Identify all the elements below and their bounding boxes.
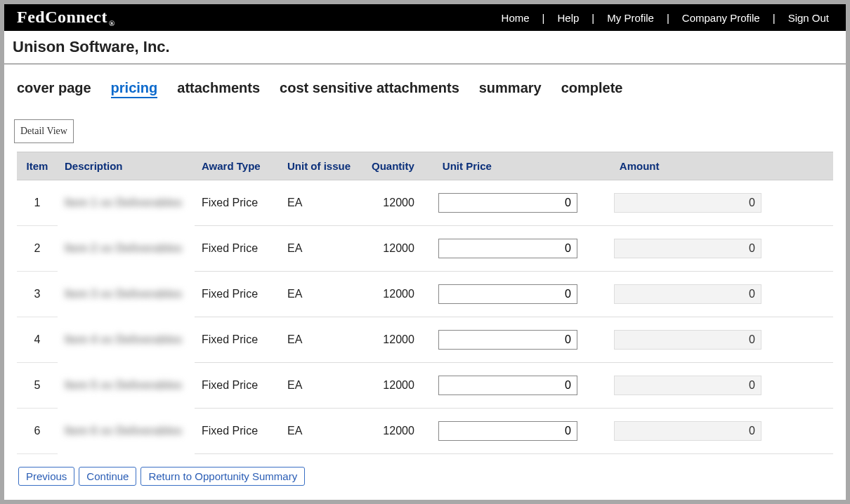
cell-unit-price [431,180,607,226]
cell-award-type: Fixed Price [195,226,280,272]
pricing-grid-wrapper: Item Description Award Type Unit of issu… [4,152,846,454]
cell-trailing [812,272,833,317]
unit-price-input[interactable] [438,193,577,213]
cell-description: Item 5 xx Deliverables [58,363,195,409]
description-text: Item 1 xx Deliverables [65,197,182,208]
description-text: Item 3 xx Deliverables [65,288,182,300]
cell-unit-of-issue: EA [280,226,365,272]
cell-unit-price [431,272,607,317]
amount-output [614,421,761,441]
cell-item: 5 [17,363,58,409]
cell-item: 4 [17,317,58,363]
tab-cover-page[interactable]: cover page [17,80,91,96]
description-text: Item 5 xx Deliverables [65,379,182,391]
pricing-table: Item Description Award Type Unit of issu… [17,152,833,454]
cell-award-type: Fixed Price [195,317,280,363]
unit-price-input[interactable] [438,239,577,258]
nav-home[interactable]: Home [497,12,534,24]
nav-separator: | [583,12,603,24]
table-row: 5Item 5 xx DeliverablesFixed PriceEA1200… [17,363,833,409]
unit-price-input[interactable] [438,284,577,304]
cell-unit-of-issue: EA [280,180,365,226]
tab-cost-sensitive-attachments[interactable]: cost sensitive attachments [280,80,459,96]
table-row: 3Item 3 xx DeliverablesFixed PriceEA1200… [17,272,833,317]
continue-button[interactable]: Continue [79,467,136,486]
cell-quantity: 12000 [365,363,431,409]
cell-quantity: 12000 [365,409,431,454]
registered-mark: ® [109,19,115,27]
nav-sign-out[interactable]: Sign Out [784,12,833,24]
cell-unit-price [431,317,607,363]
nav-separator: | [534,12,554,24]
brand-logo: FedConnect® [17,8,115,28]
nav-links: Home | Help | My Profile | Company Profi… [497,12,833,24]
col-unit-of-issue: Unit of issue [280,152,365,180]
cell-amount [607,317,812,363]
unit-price-input[interactable] [438,330,577,350]
cell-award-type: Fixed Price [195,180,280,226]
cell-unit-of-issue: EA [280,317,365,363]
app-window: FedConnect® Home | Help | My Profile | C… [4,4,846,500]
col-item: Item [17,152,58,180]
description-text: Item 2 xx Deliverables [65,242,182,254]
col-unit-price: Unit Price [431,152,607,180]
cell-amount [607,180,812,226]
cell-quantity: 12000 [365,180,431,226]
cell-unit-price [431,409,607,454]
table-header-row: Item Description Award Type Unit of issu… [17,152,833,180]
previous-button[interactable]: Previous [18,467,74,486]
unit-price-input[interactable] [438,376,577,395]
nav-separator: | [658,12,678,24]
cell-item: 6 [17,409,58,454]
col-award-type: Award Type [195,152,280,180]
cell-amount [607,226,812,272]
cell-trailing [812,363,833,409]
tab-summary[interactable]: summary [479,80,542,96]
return-to-opportunity-summary-button[interactable]: Return to Opportunity Summary [140,467,305,486]
cell-quantity: 12000 [365,226,431,272]
cell-quantity: 12000 [365,272,431,317]
cell-description: Item 4 xx Deliverables [58,317,195,363]
tab-attachments[interactable]: attachments [177,80,260,96]
col-amount: Amount [607,152,812,180]
cell-amount [607,409,812,454]
cell-trailing [812,317,833,363]
col-trailing [812,152,833,180]
cell-unit-price [431,363,607,409]
bottom-button-bar: Previous Continue Return to Opportunity … [18,467,305,486]
table-row: 2Item 2 xx DeliverablesFixed PriceEA1200… [17,226,833,272]
cell-award-type: Fixed Price [195,272,280,317]
nav-company-profile[interactable]: Company Profile [678,12,764,24]
cell-award-type: Fixed Price [195,409,280,454]
table-row: 6Item 6 xx DeliverablesFixed PriceEA1200… [17,409,833,454]
nav-separator: | [764,12,784,24]
table-row: 1Item 1 xx DeliverablesFixed PriceEA1200… [17,180,833,226]
brand-name: FedConnect [17,8,107,26]
description-text: Item 4 xx Deliverables [65,333,182,345]
amount-output [614,284,761,304]
cell-item: 3 [17,272,58,317]
cell-unit-of-issue: EA [280,363,365,409]
table-row: 4Item 4 xx DeliverablesFixed PriceEA1200… [17,317,833,363]
tab-complete[interactable]: complete [561,80,623,96]
cell-description: Item 1 xx Deliverables [58,180,195,226]
detail-view-button[interactable]: Detail View [14,119,74,143]
cell-amount [607,363,812,409]
nav-my-profile[interactable]: My Profile [603,12,658,24]
amount-output [614,239,761,258]
cell-unit-price [431,226,607,272]
col-description: Description [58,152,195,180]
col-quantity: Quantity [365,152,431,180]
cell-trailing [812,409,833,454]
cell-trailing [812,226,833,272]
cell-description: Item 6 xx Deliverables [58,409,195,454]
amount-output [614,330,761,350]
workflow-tabs: cover page pricing attachments cost sens… [4,65,846,107]
cell-trailing [812,180,833,226]
company-name-header: Unison Software, Inc. [4,31,846,65]
cell-quantity: 12000 [365,317,431,363]
nav-help[interactable]: Help [553,12,583,24]
unit-price-input[interactable] [438,421,577,441]
tab-pricing[interactable]: pricing [111,80,158,98]
description-text: Item 6 xx Deliverables [65,425,182,437]
